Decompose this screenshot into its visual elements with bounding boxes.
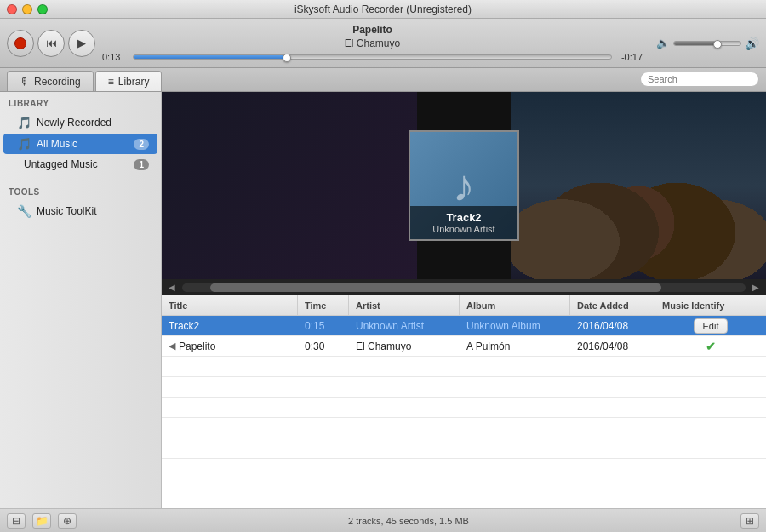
search-area (640, 72, 759, 87)
speaker-icon: ◀ (169, 340, 175, 352)
cell-album: Unknown Album (460, 316, 570, 335)
album-art-center: ♪ Track2 Unknown Artist (409, 130, 519, 241)
sidebar-item-untagged-music[interactable]: Untagged Music 1 (3, 155, 157, 174)
progress-area: Papelito El Chamuyo 0:13 -0:17 (102, 24, 643, 62)
track-label: Track2 Unknown Artist (410, 206, 517, 239)
sidebar: LIBRARY 🎵 Newly Recorded 🎵 All Music 2 U… (0, 92, 162, 508)
cell-music-identify: ✔ (655, 336, 766, 356)
col-title: Title (162, 295, 298, 315)
record-icon (14, 37, 26, 49)
untagged-music-badge: 1 (134, 159, 149, 170)
volume-thumb (713, 40, 722, 49)
skip-back-icon: ⏮ (46, 37, 57, 49)
progress-thumb (283, 54, 291, 62)
col-time: Time (298, 295, 349, 315)
scroll-right-button[interactable]: ▶ (749, 281, 763, 294)
sidebar-item-all-music[interactable]: 🎵 All Music 2 (3, 134, 157, 154)
table-row-empty (162, 418, 766, 438)
toolbar: ⏮ ▶ Papelito El Chamuyo 0:13 -0:17 🔈 (0, 19, 766, 68)
add-button[interactable]: ⊕ (58, 513, 77, 529)
table-row[interactable]: ◀ Papelito 0:30 El Chamuyo A Pulmón 2016… (162, 336, 766, 357)
filter-button[interactable]: ⊟ (7, 513, 26, 529)
music-table: Title Time Artist Album Date Added Music… (162, 295, 766, 508)
col-album: Album (460, 295, 570, 315)
maximize-button[interactable] (37, 4, 48, 14)
export-icon: ⊞ (746, 515, 754, 527)
close-button[interactable] (7, 4, 17, 14)
library-section-header: LIBRARY (0, 92, 161, 112)
time-remaining: -0:17 (617, 52, 643, 62)
statusbar: ⊟ 📁 ⊕ 2 tracks, 45 seconds, 1.5 MB ⊞ (0, 508, 766, 532)
volume-low-icon: 🔈 (656, 37, 670, 49)
progress-bar[interactable] (133, 54, 612, 60)
all-music-icon: 🎵 (17, 137, 31, 151)
all-music-badge: 2 (134, 139, 149, 150)
table-row-empty (162, 357, 766, 377)
col-artist: Artist (349, 295, 460, 315)
col-music-identify: Music Identify (655, 295, 766, 315)
scroll-thumb (210, 283, 661, 292)
cell-date: 2016/04/08 (570, 316, 655, 335)
album-art-strip: ♪ Track2 Unknown Artist (162, 92, 766, 279)
table-row-empty (162, 398, 766, 418)
band-photo (511, 92, 766, 279)
toolkit-icon: 🔧 (17, 204, 31, 218)
cell-time: 0:15 (298, 316, 349, 335)
cell-album: A Pulmón (460, 336, 570, 356)
mic-icon: 🎙 (20, 76, 30, 88)
cell-title: Track2 (162, 316, 298, 335)
table-header: Title Time Artist Album Date Added Music… (162, 295, 766, 316)
table-row-empty (162, 438, 766, 459)
tabbar: 🎙 Recording ≡ Library (0, 68, 766, 92)
minimize-button[interactable] (22, 4, 32, 14)
filter-icon: ⊟ (12, 515, 20, 527)
volume-slider[interactable] (673, 41, 741, 46)
folder-icon: 📁 (36, 515, 49, 527)
library-icon: ≡ (108, 76, 114, 88)
window-controls (7, 4, 48, 14)
table-row-empty (162, 377, 766, 398)
titlebar: iSkysoft Audio Recorder (Unregistered) (0, 0, 766, 19)
track-label-artist: Unknown Artist (414, 224, 514, 234)
time-elapsed: 0:13 (102, 52, 128, 62)
play-button[interactable]: ▶ (68, 30, 95, 57)
scroll-bar-strip: ◀ ▶ (162, 279, 766, 295)
track-label-title: Track2 (414, 211, 514, 224)
track-title: Papelito (345, 24, 400, 37)
volume-area: 🔈 🔊 (656, 37, 759, 50)
album-art-left (162, 92, 417, 279)
cell-title: ◀ Papelito (162, 336, 298, 356)
sidebar-item-music-toolkit[interactable]: 🔧 Music ToolKit (3, 201, 157, 221)
cell-time: 0:30 (298, 336, 349, 356)
status-text: 2 tracks, 45 seconds, 1.5 MB (83, 516, 734, 526)
export-button[interactable]: ⊞ (740, 513, 759, 529)
skip-back-button[interactable]: ⏮ (37, 30, 65, 57)
window-title: iSkysoft Audio Recorder (Unregistered) (294, 3, 472, 15)
scroll-track[interactable] (182, 283, 746, 292)
col-date-added: Date Added (570, 295, 655, 315)
folder-button[interactable]: 📁 (32, 513, 51, 529)
progress-row: 0:13 -0:17 (102, 52, 643, 62)
cell-artist: Unknown Artist (349, 316, 460, 335)
track-info: Papelito El Chamuyo (345, 24, 400, 50)
search-input[interactable] (640, 72, 759, 87)
album-art-right (511, 92, 766, 279)
table-row[interactable]: Track2 0:15 Unknown Artist Unknown Album… (162, 316, 766, 336)
volume-fill (674, 42, 717, 45)
cell-artist: El Chamuyo (349, 336, 460, 356)
cell-music-identify: Edit (655, 316, 766, 335)
scroll-left-button[interactable]: ◀ (165, 281, 179, 294)
main-layout: LIBRARY 🎵 Newly Recorded 🎵 All Music 2 U… (0, 92, 766, 508)
tab-library[interactable]: ≡ Library (95, 71, 163, 91)
volume-high-icon: 🔊 (745, 37, 759, 50)
record-button[interactable] (7, 30, 34, 57)
tab-recording[interactable]: 🎙 Recording (7, 71, 94, 91)
newly-recorded-icon: 🎵 (17, 116, 31, 129)
sidebar-item-newly-recorded[interactable]: 🎵 Newly Recorded (3, 112, 157, 133)
edit-button[interactable]: Edit (694, 318, 729, 334)
cell-date: 2016/04/08 (570, 336, 655, 356)
content-area: ♪ Track2 Unknown Artist ◀ ▶ Title Time A… (162, 92, 766, 508)
track-artist: El Chamuyo (345, 37, 400, 51)
add-icon: ⊕ (63, 515, 71, 527)
transport-controls: ⏮ ▶ (7, 30, 95, 57)
